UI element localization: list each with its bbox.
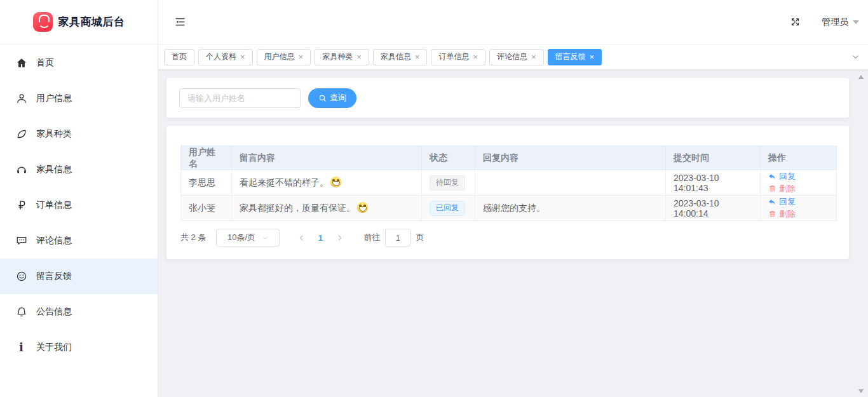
close-icon[interactable]: × <box>590 54 595 60</box>
header-actions: 管理员 <box>789 16 859 29</box>
sidebar-item-label: 留言反馈 <box>36 271 72 282</box>
goto-page-input[interactable] <box>385 229 410 246</box>
sidebar-item-label: 首页 <box>36 57 54 69</box>
reply-arrow-icon <box>768 198 776 206</box>
user-icon <box>15 93 27 105</box>
current-page[interactable]: 1 <box>311 233 329 243</box>
status-badge: 已回复 <box>430 201 465 216</box>
comment-icon <box>15 235 27 247</box>
bell-icon <box>15 306 27 318</box>
sidebar-nav: 首页 用户信息 家具种类 家具信息 <box>0 44 158 365</box>
search-input[interactable] <box>179 88 301 108</box>
tab-users[interactable]: 用户信息 × <box>257 49 311 65</box>
ruble-icon <box>15 199 27 212</box>
sidebar-item-orders[interactable]: 订单信息 <box>0 187 158 223</box>
cell-reply <box>475 170 666 196</box>
pagination-total: 共 2 条 <box>180 232 206 243</box>
admin-dropdown[interactable]: 管理员 <box>822 17 859 28</box>
sidebar-item-label: 家具种类 <box>36 128 72 140</box>
sidebar-item-feedback[interactable]: 留言反馈 <box>0 259 158 294</box>
fullscreen-icon[interactable] <box>789 16 801 29</box>
sidebar-item-announcements[interactable]: 公告信息 <box>0 294 158 330</box>
tab-home[interactable]: 首页 <box>164 49 194 65</box>
sidebar: 家具商城后台 首页 用户信息 家具种类 <box>0 0 158 397</box>
sidebar-item-furniture-info[interactable]: 家具信息 <box>0 152 158 187</box>
prev-page-button[interactable] <box>291 229 311 246</box>
sidebar-item-label: 公告信息 <box>36 306 72 318</box>
feedback-table-panel: 用户姓名 留言内容 状态 回复内容 提交时间 操作 李思思 看起来挺不错的 <box>166 125 850 260</box>
collapse-sidebar-icon[interactable] <box>173 15 187 29</box>
chevron-right-icon <box>336 234 344 242</box>
tab-furniture-types[interactable]: 家具种类 × <box>315 49 369 65</box>
top-header: 管理员 <box>158 0 868 44</box>
scrollbar-down-arrow-icon[interactable] <box>858 389 864 393</box>
cell-username: 张小斐 <box>181 196 232 221</box>
sidebar-item-users[interactable]: 用户信息 <box>0 81 158 116</box>
content-area: 查询 用户姓名 留言内容 状态 回复内容 <box>158 70 868 397</box>
cell-actions: 回复 删除 <box>761 196 837 221</box>
reply-arrow-icon <box>768 173 776 181</box>
delete-button[interactable]: 删除 <box>768 208 796 220</box>
sidebar-item-label: 订单信息 <box>36 199 72 211</box>
close-icon[interactable]: × <box>240 54 245 60</box>
leaf-icon <box>15 128 27 140</box>
sidebar-item-furniture-types[interactable]: 家具种类 <box>0 116 158 152</box>
tab-feedback[interactable]: 留言反馈 × <box>548 49 602 65</box>
sidebar-item-comments[interactable]: 评论信息 <box>0 223 158 259</box>
close-icon[interactable]: × <box>356 54 362 60</box>
tab-furniture-info[interactable]: 家具信息 × <box>373 49 428 65</box>
cell-actions: 回复 删除 <box>761 170 837 196</box>
sidebar-item-about[interactable]: i 关于我们 <box>0 330 158 365</box>
table-header-row: 用户姓名 留言内容 状态 回复内容 提交时间 操作 <box>181 146 837 170</box>
close-icon[interactable]: × <box>531 54 536 60</box>
cell-time: 2023-03-10 14:00:14 <box>666 196 761 221</box>
close-icon[interactable]: × <box>299 54 304 60</box>
pagination: 共 2 条 10条/页 1 前往 页 <box>180 229 835 246</box>
grin-emoji <box>357 202 368 213</box>
col-header-username: 用户姓名 <box>181 146 232 170</box>
cell-reply: 感谢您的支持。 <box>475 196 666 221</box>
chevron-down-icon <box>262 234 269 241</box>
home-icon <box>15 57 27 69</box>
page-size-select[interactable]: 10条/页 <box>216 229 280 246</box>
goto-label: 前往 <box>363 232 380 243</box>
tab-overflow-chevron-down-icon[interactable] <box>851 52 860 62</box>
cell-message: 家具都挺好的，质量有保证。 <box>232 196 422 221</box>
caret-down-icon <box>853 20 859 24</box>
reply-button[interactable]: 回复 <box>768 171 796 182</box>
search-button-label: 查询 <box>330 92 346 104</box>
cell-time: 2023-03-10 14:01:43 <box>666 170 761 196</box>
app-logo: 家具商城后台 <box>0 0 158 44</box>
col-header-actions: 操作 <box>761 146 837 170</box>
cell-status: 已回复 <box>422 196 475 221</box>
tab-comments[interactable]: 评论信息 × <box>489 49 544 65</box>
trash-icon <box>768 210 776 218</box>
admin-label: 管理员 <box>822 17 848 28</box>
col-header-reply: 回复内容 <box>475 146 666 170</box>
table-row: 李思思 看起来挺不错的样子。 待回复 2023-03-10 14:01:43 <box>181 170 837 196</box>
close-icon[interactable]: × <box>473 54 478 60</box>
shopping-bag-logo-icon <box>33 12 53 32</box>
trash-icon <box>768 184 776 192</box>
status-badge: 待回复 <box>430 175 465 191</box>
page-size-value: 10条/页 <box>227 232 255 243</box>
smiley-icon <box>15 271 27 283</box>
grin-emoji <box>330 177 341 187</box>
search-button[interactable]: 查询 <box>308 88 356 108</box>
close-icon[interactable]: × <box>415 54 420 60</box>
page-unit-label: 页 <box>416 232 424 243</box>
search-icon <box>318 94 327 102</box>
next-page-button[interactable] <box>329 229 349 246</box>
sidebar-item-label: 家具信息 <box>36 164 72 175</box>
delete-button[interactable]: 删除 <box>768 183 796 194</box>
cell-username: 李思思 <box>181 170 232 196</box>
scrollbar-up-arrow-icon[interactable] <box>858 75 864 79</box>
sidebar-item-label: 评论信息 <box>36 235 72 246</box>
tab-orders[interactable]: 订单信息 × <box>431 49 485 65</box>
tab-profile[interactable]: 个人资料 × <box>198 49 253 65</box>
cell-message: 看起来挺不错的样子。 <box>232 170 422 196</box>
reply-button[interactable]: 回复 <box>768 196 796 208</box>
sidebar-item-label: 用户信息 <box>36 93 72 104</box>
search-panel: 查询 <box>166 77 850 118</box>
sidebar-item-home[interactable]: 首页 <box>0 45 158 81</box>
